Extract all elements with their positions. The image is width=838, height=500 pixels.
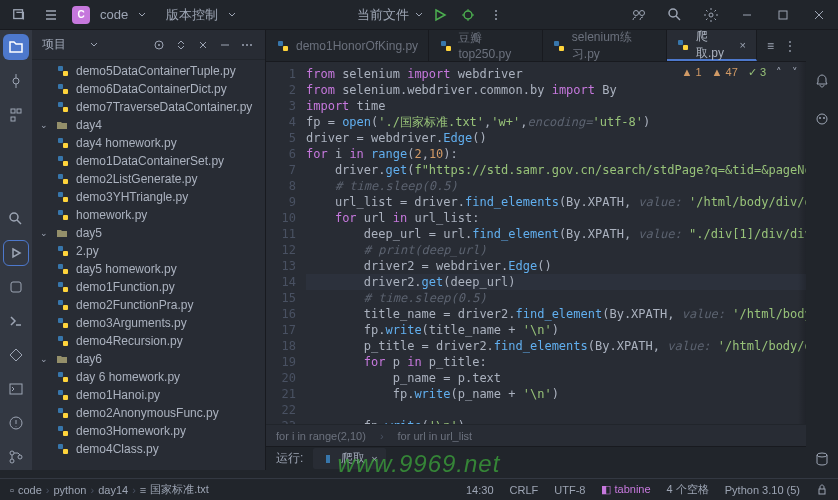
new-window-icon[interactable]	[8, 4, 30, 26]
typo-count[interactable]: ✓ 3	[748, 66, 766, 79]
tree-file[interactable]: day5 homework.py	[32, 260, 265, 278]
minimize-icon[interactable]	[736, 4, 758, 26]
structure-tool-icon[interactable]	[3, 102, 29, 128]
nav-up-icon[interactable]: ˄	[776, 66, 782, 79]
error-count[interactable]: ▲ 1	[682, 66, 702, 79]
code-line[interactable]: for p in p_title:	[306, 354, 806, 370]
chevron-down-icon[interactable]	[415, 11, 423, 19]
chevron-down-icon[interactable]: ⌄	[40, 354, 50, 364]
tree-file[interactable]: demo3Homework.py	[32, 422, 265, 440]
run-icon[interactable]	[429, 4, 451, 26]
code-line[interactable]: p_name = p.text	[306, 370, 806, 386]
scrollbar[interactable]	[798, 62, 806, 424]
tree-file[interactable]: day4 homework.py	[32, 134, 265, 152]
code-line[interactable]: # print(deep_url)	[306, 242, 806, 258]
tree-file[interactable]: demo4Class.py	[32, 440, 265, 458]
chevron-down-icon[interactable]: ⌄	[40, 120, 50, 130]
collapse-icon[interactable]	[195, 37, 211, 53]
breadcrumb-item[interactable]: for url in url_list	[398, 430, 473, 442]
editor-tab[interactable]: demo1HonorOfKing.py	[266, 30, 429, 61]
tree-file[interactable]: homework.py	[32, 206, 265, 224]
code-line[interactable]: for url in url_list:	[306, 210, 806, 226]
close-window-icon[interactable]	[808, 4, 830, 26]
terminal-icon[interactable]	[3, 376, 29, 402]
code-line[interactable]: from selenium.webdriver.common.by import…	[306, 82, 806, 98]
chevron-down-icon[interactable]	[228, 11, 236, 19]
chevron-down-icon[interactable]	[138, 11, 146, 19]
search-icon[interactable]	[664, 4, 686, 26]
code-line[interactable]: url_list = driver.find_elements(By.XPATH…	[306, 194, 806, 210]
code-line[interactable]: driver = webdriver.Edge()	[306, 130, 806, 146]
close-icon[interactable]: ×	[740, 39, 746, 51]
search-tool-icon[interactable]	[3, 206, 29, 232]
file-encoding[interactable]: UTF-8	[554, 484, 585, 496]
code-line[interactable]: import time	[306, 98, 806, 114]
chevron-down-icon[interactable]: ⌄	[40, 228, 50, 238]
maximize-icon[interactable]	[772, 4, 794, 26]
folder-tool-icon[interactable]	[3, 34, 29, 60]
vcs-icon[interactable]	[3, 444, 29, 470]
commit-tool-icon[interactable]	[3, 68, 29, 94]
nav-down-icon[interactable]: ˅	[792, 66, 798, 79]
code-line[interactable]: driver.get(f"https://std.samr.gov.cn/sea…	[306, 162, 806, 178]
file-path-breadcrumb[interactable]: ▫ code › python › day14 › ≡ 国家标准.txt	[10, 482, 209, 497]
editor-tab[interactable]: 豆瓣top250.py	[429, 30, 542, 61]
notifications-icon[interactable]	[811, 70, 833, 92]
code-line[interactable]: # time.sleep(0.5)	[306, 290, 806, 306]
project-name[interactable]: code	[100, 7, 128, 22]
editor-tab[interactable]: selenium练习.py	[543, 30, 667, 61]
tree-file[interactable]: demo1Hanoi.py	[32, 386, 265, 404]
code-line[interactable]: # time.sleep(0.5)	[306, 178, 806, 194]
tree-folder[interactable]: ⌄day6	[32, 350, 265, 368]
tree-file[interactable]: demo5DataContainerTuple.py	[32, 62, 265, 80]
warning-count[interactable]: ▲ 47	[712, 66, 738, 79]
run-tab[interactable]: 爬取 ×	[313, 448, 385, 469]
code-line[interactable]	[306, 402, 806, 418]
expand-icon[interactable]	[173, 37, 189, 53]
tree-folder[interactable]: ⌄day5	[32, 224, 265, 242]
select-file-icon[interactable]	[151, 37, 167, 53]
tree-folder[interactable]: ⌄day4	[32, 116, 265, 134]
database-icon[interactable]	[811, 448, 833, 470]
tree-file[interactable]: demo1Function.py	[32, 278, 265, 296]
python-console-icon[interactable]	[3, 308, 29, 334]
more-sidebar-icon[interactable]	[239, 37, 255, 53]
tree-file[interactable]: demo3Arguments.py	[32, 314, 265, 332]
code-line[interactable]: p_title = driver2.find_elements(By.XPATH…	[306, 338, 806, 354]
tree-file[interactable]: demo2AnonymousFunc.py	[32, 404, 265, 422]
more-icon[interactable]	[485, 4, 507, 26]
editor-tab[interactable]: 爬取.py×	[667, 30, 757, 61]
cursor-position[interactable]: 14:30	[466, 484, 494, 496]
tab-more-icon[interactable]: ⋮	[784, 39, 796, 53]
tree-file[interactable]: demo4Recursion.py	[32, 332, 265, 350]
services-icon[interactable]	[3, 342, 29, 368]
tree-file[interactable]: demo7TraverseDataContainer.py	[32, 98, 265, 116]
code-line[interactable]: fp.write('\n')	[306, 418, 806, 424]
run-tool-icon[interactable]	[3, 240, 29, 266]
code-line[interactable]: fp.write(p_name + '\n')	[306, 386, 806, 402]
readonly-icon[interactable]	[816, 484, 828, 496]
tree-file[interactable]: 2.py	[32, 242, 265, 260]
tabnine-widget[interactable]: ◧ tabnine	[601, 483, 650, 496]
debug-icon[interactable]	[457, 4, 479, 26]
inspection-widget[interactable]: ▲ 1 ▲ 47 ✓ 3 ˄ ˅	[682, 66, 798, 79]
chevron-down-icon[interactable]	[90, 41, 98, 49]
breadcrumb-item[interactable]: for i in range(2,10)	[276, 430, 366, 442]
code-line[interactable]: title_name = driver2.find_element(By.XPA…	[306, 306, 806, 322]
code-line[interactable]: driver2 = webdriver.Edge()	[306, 258, 806, 274]
tree-file[interactable]: demo2ListGenerate.py	[32, 170, 265, 188]
code-line[interactable]: fp = open('./国家标准.txt','w+',encoding='ut…	[306, 114, 806, 130]
code-line[interactable]: deep_url = url.find_element(By.XPATH, va…	[306, 226, 806, 242]
tree-file[interactable]: demo1DataContainerSet.py	[32, 152, 265, 170]
vcs-dropdown[interactable]: 版本控制	[166, 6, 218, 24]
project-badge[interactable]: C	[72, 6, 90, 24]
problems-icon[interactable]	[3, 410, 29, 436]
settings-icon[interactable]	[700, 4, 722, 26]
python-packages-icon[interactable]	[3, 274, 29, 300]
menu-icon[interactable]	[40, 4, 62, 26]
code-line[interactable]: fp.write(title_name + '\n')	[306, 322, 806, 338]
code-editor[interactable]: from selenium import webdriverfrom selen…	[306, 62, 806, 424]
code-line[interactable]: driver2.get(deep_url)	[306, 274, 806, 290]
code-breadcrumb[interactable]: for i in range(2,10) › for url in url_li…	[266, 424, 806, 446]
interpreter-widget[interactable]: Python 3.10 (5)	[725, 484, 800, 496]
